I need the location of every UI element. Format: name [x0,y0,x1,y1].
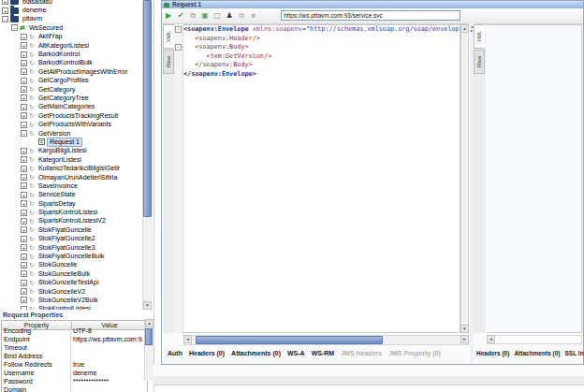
expand-icon[interactable]: + [2,0,8,5]
expand-icon[interactable]: + [21,262,27,269]
fold-collapse-icon[interactable]: − [175,26,182,33]
scroll-right-button[interactable]: ► [460,335,469,343]
response-tab-ssl-info[interactable]: SSL Info [565,350,584,356]
submit-button[interactable]: ▶ [163,10,174,22]
tree-item-stokfiyatguncelle2[interactable]: +↻StokFiyatGuncelle2 [0,235,142,243]
cancel-request-icon[interactable]: ■ [248,10,259,22]
tree-item-stokfiyatguncelle[interactable]: +↻StokFiyatGuncelle [0,225,142,234]
tree-item-getproductswithvariants[interactable]: +↻GetProductsWithVariants [0,120,142,128]
tree-item-olmayanurunadetlerisifirla[interactable]: +↻OlmayanUrunAdetleriSifirla [0,173,142,181]
expand-icon[interactable]: + [21,94,27,101]
tree-item-getversion[interactable]: −↻GetVersion [0,129,142,138]
response-tab-headers-0-[interactable]: Headers (0) [476,350,509,356]
tree-item-stokguncelle[interactable]: +↻StokGuncelle [0,261,142,269]
property-row-encoding[interactable]: EncodingUTF-8 [2,327,147,335]
expand-icon[interactable]: + [21,68,27,75]
tree-item-sipariskontrollistesiv2[interactable]: +↻SiparisKontrolListesiV2 [0,217,142,225]
scroll-up-button[interactable]: ▲ [145,319,153,327]
expand-icon[interactable]: + [21,78,27,84]
property-row-follow-redirects[interactable]: Follow Redirectstrue [2,360,147,369]
expand-icon[interactable]: + [21,244,27,251]
expand-icon[interactable]: + [21,200,27,207]
tree-item-aktifyap[interactable]: +↻AktifYap [0,33,142,41]
tree-item-wssecured[interactable]: −⇄WsSecured [0,23,142,32]
tree-scrollbar[interactable]: ▼ [142,0,153,310]
property-row-password[interactable]: Password************** [2,377,147,385]
tree-item-kategorilistesi[interactable]: +↻KategoriListesi [0,155,142,164]
expand-icon[interactable]: + [21,218,27,225]
expand-icon[interactable]: + [21,192,27,198]
editor-hscrollbar[interactable]: ◄ ► [183,335,469,345]
tree-item-getcargoprofiles[interactable]: +↻GetCargoProfiles [0,77,142,85]
expand-icon[interactable]: + [21,210,27,216]
expand-icon[interactable]: + [21,288,27,295]
tree-item-altkategorilistesi[interactable]: +↻AltKategoriListesi [0,41,142,50]
create-empty-icon[interactable]: ▢ [212,10,223,22]
expand-icon[interactable]: + [2,7,8,14]
tree-item-getproductstrackingresult[interactable]: +↻GetProductsTrackingResult [0,111,142,120]
tree-item-stokguncellev2[interactable]: +↻StokGuncelleV2 [0,287,142,296]
add-to-testcase-icon[interactable]: ▣ [199,10,211,22]
tree-item-stokguncelletestapi[interactable]: +↻StokGuncelleTestApi [0,279,142,287]
property-row-username[interactable]: Usernamedeneme [2,369,147,377]
property-row-domain[interactable]: Domain [2,385,147,392]
collapse-icon[interactable]: − [21,130,27,137]
expand-icon[interactable]: + [21,270,27,277]
tree-item-barkodkontrolbulk[interactable]: +↻BarkodKontrolBulk [0,59,142,67]
tree-item-pttavm[interactable]: −pttavm [0,15,142,23]
tree-item-sipariskontrollistesi[interactable]: +↻SiparisKontrolListesi [0,208,142,216]
scroll-left-button[interactable]: ◄ [487,335,495,343]
expand-icon[interactable]: + [21,86,27,93]
expand-icon[interactable]: + [21,51,27,58]
expand-icon[interactable]: + [21,60,27,66]
expand-icon[interactable]: + [21,112,27,119]
tree-item-saveinvoince[interactable]: +↻SaveInvoince [0,181,142,190]
tree-item-getcategorytree[interactable]: +↻GetCategoryTree [0,94,142,102]
response-tab-attachments-0-[interactable]: Attachments (0) [514,350,560,356]
expand-icon[interactable]: + [21,297,27,303]
collapse-icon[interactable]: − [11,24,18,31]
response-xml-editor[interactable] [487,24,582,333]
expand-icon[interactable]: + [21,104,27,110]
expand-icon[interactable]: + [21,156,27,163]
editor-hscrollbar-thumb[interactable] [196,336,383,344]
properties-scrollbar[interactable]: ▲ [144,319,153,381]
tree-item-siparisdetay[interactable]: +↻SiparisDetay [0,199,142,208]
tree-item-getcategory[interactable]: +↻GetCategory [0,85,142,94]
tree-item-deneme[interactable]: +deneme [0,6,142,14]
validate-button[interactable]: ✔ [175,10,186,22]
collapse-icon[interactable]: − [2,16,8,22]
property-row-endpoint[interactable]: Endpointhttps://ws.pttavm.com:9... [2,335,147,343]
request-tab-auth[interactable]: Auth [168,350,182,356]
request-xml-editor[interactable]: <soapenv:Envelope xmlns:soapenv="http://… [183,24,460,333]
request-editor-tab-xml[interactable]: XML [163,24,174,49]
expand-icon[interactable]: + [21,34,27,40]
expand-icon[interactable]: + [21,226,27,233]
tree-scrollbar-thumb[interactable] [143,0,152,217]
clone-request-icon[interactable]: ⧉ [187,10,198,22]
tree-item-getallproductimageswitherror[interactable]: +↻GetAllProductImagesWithError [0,67,142,76]
tree-item-stokguncellev2bulk[interactable]: +↻StokGuncelleV2Bulk [0,296,142,304]
scroll-left-button[interactable]: ◄ [183,335,192,343]
tree-item-stokfiyatguncelle3[interactable]: +↻StokFiyatGuncelle3 [0,243,142,252]
fold-collapse-icon[interactable]: − [175,44,182,51]
expand-icon[interactable]: + [21,166,27,172]
recreate-request-icon[interactable]: ♟ [224,10,235,22]
editor-scrollbar[interactable]: ▲ ▼ [460,24,469,333]
scroll-down-button[interactable]: ▼ [460,325,469,333]
expand-icon[interactable]: + [21,42,27,49]
request-tab-attachments-0-[interactable]: Attachments (0) [231,350,281,356]
split-view-icon[interactable]: ⧉ [236,10,247,22]
expand-icon[interactable]: + [21,236,27,242]
tree-item-kargobilgilistesi[interactable]: +↻KargoBilgiListesi [0,147,142,155]
expand-icon[interactable]: + [21,174,27,181]
scroll-up-button[interactable]: ▲ [460,24,469,33]
expand-icon[interactable]: + [21,254,27,260]
tree-item-stokguncellebulk[interactable]: +↻StokGuncelleBulk [0,269,142,278]
response-editor-tab-xml[interactable]: XML [474,24,485,49]
response-hscrollbar[interactable]: ◄ [487,335,582,344]
expand-icon[interactable]: + [21,182,27,189]
response-editor-tab-raw[interactable]: Raw [474,50,485,74]
tree-item-getmaincategories[interactable]: +↻GetMainCategories [0,103,142,111]
tree-item-barkodkontrol[interactable]: +↻BarkodKontrol [0,50,142,58]
